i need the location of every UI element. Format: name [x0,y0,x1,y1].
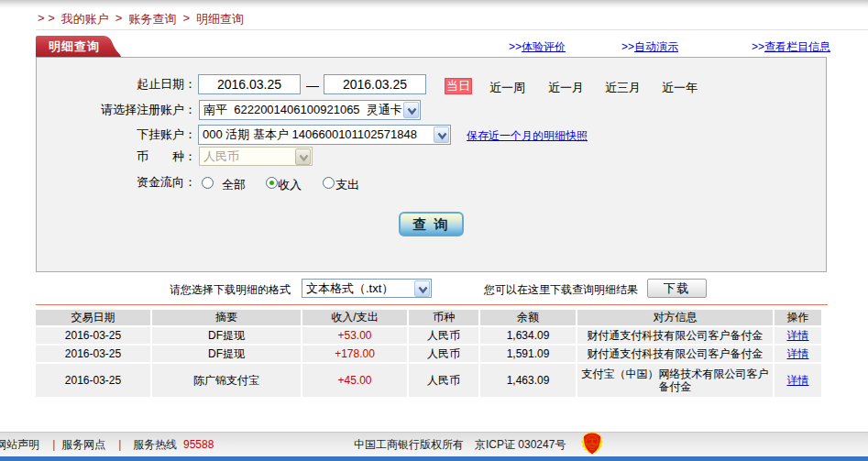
register-account-label: 请选择注册账户： [37,100,196,120]
save-snapshot-link[interactable]: 保存近一个月的明细快照 [467,128,588,144]
cell-currency: 人民币 [409,364,478,397]
radio-all-label[interactable]: 全部 [222,177,246,193]
select-value: 人民币 [203,148,239,166]
footer-blue-bar [0,456,868,461]
cell-amount: +45.00 [302,364,407,397]
cell-date: 2016-03-25 [36,327,150,344]
link-text: 自动演示 [634,40,678,53]
chevron-down-icon[interactable] [403,102,419,118]
tab-title: 明细查询 [49,38,113,55]
download-button[interactable]: 下载 [647,279,707,298]
fund-flow-label: 资金流向： [37,172,196,192]
column-header-amount: 收入/支出 [302,310,407,325]
cell-balance: 1,634.09 [480,327,576,344]
link-arrows: >> [621,40,634,53]
sub-account-select[interactable]: 000 活期 基本户 1406600101102571848 [198,125,451,145]
breadcrumb-divider [36,29,868,30]
cell-date: 2016-03-25 [36,346,150,362]
chevron-down-icon[interactable] [414,280,430,297]
detail-link[interactable]: 详情 [787,328,809,344]
auto-demo-link[interactable]: >>自动演示 [621,39,678,55]
column-header-summary: 摘要 [152,310,301,325]
top-fade-strip [0,0,868,8]
cell-counterparty: 财付通支付科技有限公司客户备付金 [577,346,773,362]
column-header-currency: 币种 [409,310,478,325]
breadcrumb-separator: > [115,11,123,27]
last-month-link[interactable]: 近一月 [548,80,584,96]
select-value: 文本格式（.txt） [306,280,393,298]
footer-separator: ｜ [115,433,126,456]
column-header-balance: 余额 [480,310,576,325]
query-button[interactable]: 查 询 [399,212,464,236]
experience-rating-link[interactable]: >>体验评价 [509,39,566,55]
cell-amount: +178.00 [302,346,407,362]
download-format-select[interactable]: 文本格式（.txt） [302,279,432,298]
page: > > 我的账户 >账务查询 >明细查询 明细查询 >>体验评价 >>自动演示 … [0,0,868,461]
cell-summary: DF提现 [152,346,301,362]
cell-summary: DF提现 [152,327,301,344]
select-value: 000 活期 基本户 1406600101102571848 [203,126,417,144]
last-year-link[interactable]: 近一年 [662,80,698,96]
sub-account-label: 下挂账户： [37,125,196,145]
radio-dot-icon [269,181,274,185]
column-header-counterparty: 对方信息 [577,310,773,325]
query-form-panel: 起止日期： — 当日 近一周 近一月 近三月 近一年 请选择注册账户： 南平 6… [36,57,827,272]
link-text: 体验评价 [522,40,566,53]
cell-currency: 人民币 [409,327,478,344]
breadcrumb-separator: > [182,11,190,27]
detail-link[interactable]: 详情 [787,346,809,362]
footer: 网站声明 ｜ 服务网点 ｜ 服务热线 95588 中国工商银行版权所有 京ICP… [0,432,868,456]
service-hotline-label: 服务热线 [133,433,177,456]
security-badge-icon[interactable] [580,431,604,458]
download-hint-label: 您可以在这里下载查询明细结果 [484,282,638,298]
service-outlets-link[interactable]: 服务网点 [61,433,105,456]
radio-expense-label[interactable]: 支出 [335,177,359,193]
column-header-date: 交易日期 [36,310,150,325]
transactions-table: 交易日期 摘要 收入/支出 币种 余额 对方信息 操作 2016-03-25 D… [36,310,821,397]
register-account-select[interactable]: 南平 6222001406100921065 灵通卡 [199,100,421,120]
download-format-label: 请您选择下载明细的格式 [170,282,291,298]
table-divider [36,304,828,305]
chevron-down-icon [295,148,311,165]
service-hotline-number: 95588 [183,433,214,456]
radio-income-label[interactable]: 收入 [278,177,302,193]
link-arrows: >> [752,40,764,53]
copyright-text: 中国工商银行版权所有 [354,433,464,456]
breadcrumb-item-my-account[interactable]: 我的账户 [61,11,109,27]
date-dash: — [306,78,319,93]
today-button[interactable]: 当日 [445,78,472,94]
cell-action: 详情 [775,327,821,344]
currency-select: 人民币 [199,147,313,166]
breadcrumb-item-account-query[interactable]: 账务查询 [128,11,176,27]
cell-currency: 人民币 [409,346,478,362]
cell-date: 2016-03-25 [36,364,150,397]
cell-summary: 陈广锦支付宝 [152,364,301,397]
select-value: 南平 6222001406100921065 灵通卡 [203,101,402,119]
breadcrumb: > > 我的账户 >账务查询 >明细查询 [38,11,244,27]
cell-balance: 1,591.09 [480,346,576,362]
last-3-months-link[interactable]: 近三月 [605,80,641,96]
cell-balance: 1,463.09 [480,364,576,397]
column-header-action: 操作 [775,310,821,325]
radio-all[interactable] [202,177,214,189]
column-info-link[interactable]: >>查看栏目信息 [752,39,830,55]
detail-link[interactable]: 详情 [787,373,809,389]
cell-action: 详情 [775,346,821,362]
radio-expense[interactable] [323,177,335,189]
date-to-input[interactable] [324,74,426,94]
link-text: 查看栏目信息 [764,40,830,53]
date-range-label: 起止日期： [37,74,196,94]
date-from-input[interactable] [198,74,301,94]
site-statement-link[interactable]: 网站声明 [0,433,39,456]
footer-separator: ｜ [49,433,60,456]
chevron-down-icon[interactable] [434,126,449,143]
cell-counterparty: 支付宝（中国）网络技术有限公司客户备付金 [577,364,773,397]
radio-income[interactable] [266,177,278,189]
currency-label: 币 种： [37,147,196,167]
last-week-link[interactable]: 近一周 [489,80,525,96]
breadcrumb-item-detail-query[interactable]: 明细查询 [196,11,244,27]
cell-action: 详情 [775,364,821,397]
cell-counterparty: 财付通支付科技有限公司客户备付金 [577,327,773,344]
breadcrumb-prefix: > > [38,11,55,27]
cell-amount: +53.00 [302,327,407,344]
